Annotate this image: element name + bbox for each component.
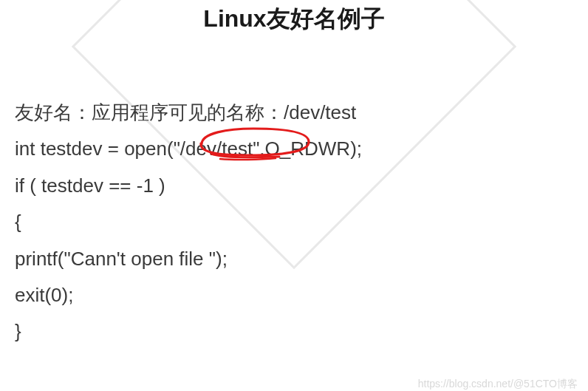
code-line-2: int testdev = open("/dev/test",O_RDWR); xyxy=(15,131,573,167)
code-line-6: exit(0); xyxy=(15,277,573,313)
content-wrapper: Linux友好名例子 友好名：应用程序可见的名称：/dev/test int t… xyxy=(0,0,588,350)
code-line-3: if ( testdev == -1 ) xyxy=(15,168,573,204)
watermark-text: https://blog.csdn.net/@51CTO博客 xyxy=(418,378,578,391)
code-line-4: { xyxy=(15,204,573,240)
page-title: Linux友好名例子 xyxy=(15,0,573,35)
code-line-1: 友好名：应用程序可见的名称：/dev/test xyxy=(15,95,573,131)
code-line-5: printf("Cann't open file "); xyxy=(15,241,573,277)
code-line-7: } xyxy=(15,313,573,350)
